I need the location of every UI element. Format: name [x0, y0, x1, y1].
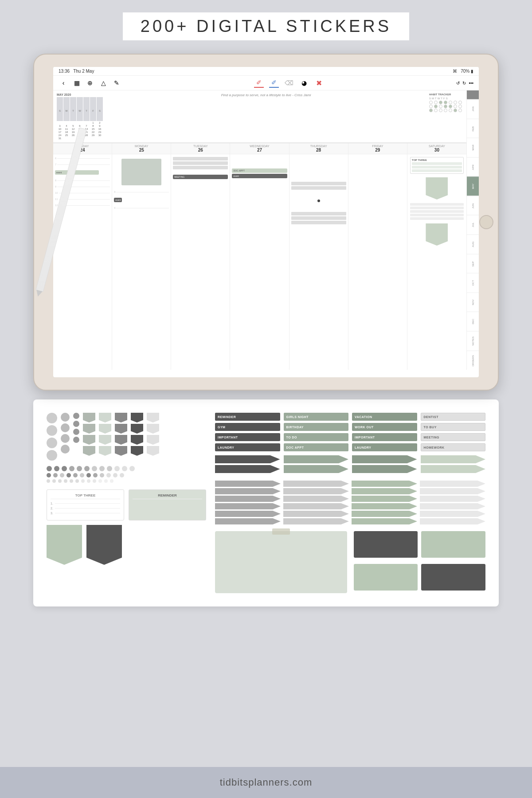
- ribbon-5-1: [147, 413, 159, 422]
- td-9: [107, 466, 112, 471]
- grid-icon[interactable]: ▦: [72, 78, 82, 88]
- sidebar-oct[interactable]: OCT: [467, 273, 479, 293]
- ipad-screen: 13:36 Thu 2 May ⌘ 70% ▮ ‹ ▦ ⊕ △ ✎: [53, 67, 479, 377]
- dot-lg-1: [47, 413, 57, 423]
- quote-text: Find a purpose to serve, not a lifestyle…: [221, 93, 311, 97]
- dot-row-1: [47, 466, 206, 471]
- header-title-box: 200+ DIGITAL STICKERS: [123, 12, 409, 40]
- mini-flag-1-5: [215, 511, 281, 517]
- flag-group-2: [283, 481, 349, 524]
- label-vacation: VACATION: [352, 413, 417, 421]
- dot-ribbon-row: [47, 413, 206, 461]
- ribbon-4-4: [131, 446, 143, 456]
- sidebar-may[interactable]: MAY: [467, 176, 479, 196]
- bottom-right-stickers: [215, 531, 485, 593]
- mini-flag-2-1: [283, 481, 349, 487]
- top-three-item-3: 3.: [51, 512, 120, 515]
- sidebar-mar[interactable]: MAR: [467, 138, 479, 157]
- flag-mid-1: [352, 455, 417, 463]
- day-thursday-header: THURSDAY 28: [289, 143, 348, 154]
- footer: tidbitsplanners.com: [0, 767, 532, 798]
- sidebar-nov[interactable]: NOV: [467, 293, 479, 312]
- ribbon-2-4: [99, 446, 111, 456]
- td-10: [114, 466, 120, 471]
- dot-col-3: [73, 413, 79, 461]
- td-sm-12: [120, 473, 124, 477]
- saturday-stickers: TOP THREE: [408, 155, 466, 251]
- td-sm-5: [73, 473, 78, 477]
- sidebar-jun[interactable]: JUN: [467, 196, 479, 215]
- day-monday-content: 8 event 9: [112, 154, 171, 370]
- sidebar-notes[interactable]: NOTES: [467, 331, 479, 351]
- label-meeting: MEETING: [421, 433, 486, 441]
- status-bar: 13:36 Thu 2 May ⌘ 70% ▮: [53, 67, 479, 76]
- planner-sidebar: JAN FEB MAR APR MAY JUN JUL AUG SEP OCT …: [466, 90, 479, 370]
- pen-red-icon[interactable]: ✐: [254, 78, 264, 88]
- close-icon[interactable]: ✖: [314, 78, 324, 88]
- pencil-tip: [35, 290, 43, 297]
- sidebar-apr[interactable]: APR: [467, 157, 479, 177]
- ribbon-col-1: [83, 413, 95, 461]
- mini-flag-4-3: [420, 496, 485, 502]
- label-laundry: LAUNDRY: [215, 443, 280, 451]
- label-workout: WORK OUT: [352, 423, 417, 431]
- td-sm-9: [100, 473, 104, 477]
- ribbon-2-1: [99, 413, 111, 422]
- add-icon[interactable]: ⊕: [85, 78, 95, 88]
- td-sm-6: [80, 473, 84, 477]
- mini-flag-2-3: [283, 496, 349, 502]
- dot-3-1: [73, 413, 79, 419]
- dot-row-2: [47, 473, 206, 477]
- sidebar-sep[interactable]: SEP: [467, 254, 479, 274]
- habit-tracker-label: HABIT TRACKER: [429, 93, 463, 96]
- td-xs-9: [93, 479, 96, 483]
- flag-light-1: [421, 455, 486, 463]
- day-wednesday-header: WEDNESDAY 27: [230, 143, 289, 154]
- ipad-home-button[interactable]: [479, 215, 493, 229]
- flag-dark-1: [215, 455, 280, 463]
- top-three-item-1: 1.: [51, 502, 120, 505]
- td-8: [99, 466, 105, 471]
- shape-icon[interactable]: △: [98, 78, 108, 88]
- mini-flag-3-5: [352, 511, 417, 517]
- mini-flag-1-1: [215, 481, 281, 487]
- day-saturday: SATURDAY 30 TOP THREE: [407, 143, 466, 370]
- flag-mid-2: [352, 465, 417, 473]
- ribbon-3-4: [115, 446, 127, 456]
- dot-lg-3: [47, 438, 57, 448]
- day-friday-header: FRIDAY 29: [348, 143, 407, 154]
- dot-row-3: [47, 479, 206, 483]
- dot-3-2: [73, 421, 79, 427]
- sidebar-jan[interactable]: JAN: [467, 99, 479, 119]
- bookmark-sage: [47, 525, 82, 565]
- lasso-icon[interactable]: ◕: [299, 78, 309, 88]
- dot-lg-4: [47, 450, 57, 461]
- sidebar-orders[interactable]: ORDERS: [467, 351, 479, 370]
- edit-icon[interactable]: ✎: [112, 78, 121, 88]
- day-thursday: THURSDAY 28: [289, 143, 348, 370]
- sidebar-dec[interactable]: DEC: [467, 312, 479, 331]
- td-sm-1: [47, 473, 51, 477]
- td-xs-1: [47, 479, 50, 483]
- back-icon[interactable]: ‹: [59, 78, 68, 88]
- mini-flag-4-4: [420, 503, 485, 509]
- mini-flag-1-2: [215, 488, 281, 494]
- eraser-icon[interactable]: ⌫: [284, 78, 294, 88]
- redo-icon[interactable]: ↻: [462, 81, 466, 86]
- sidebar-aug[interactable]: AUG: [467, 235, 479, 254]
- sidebar-jul[interactable]: JUL: [467, 215, 479, 235]
- more-icon[interactable]: •••: [469, 81, 473, 86]
- dot-2-4: [61, 445, 70, 454]
- bottom-left-stickers: TOP THREE 1. 2. 3. REMINDER: [47, 489, 206, 520]
- day-monday: MONDAY 25 8 event 9: [112, 143, 171, 370]
- status-wifi: ⌘ 70% ▮: [453, 69, 473, 74]
- td-6: [84, 466, 90, 471]
- status-time: 13:36 Thu 2 May: [59, 69, 94, 74]
- td-2: [54, 466, 59, 471]
- undo-icon[interactable]: ↺: [456, 81, 460, 86]
- pen-blue-icon[interactable]: ✐: [269, 78, 279, 88]
- day-friday-content: [348, 154, 407, 370]
- note-card-tape: [272, 528, 290, 535]
- dot-2-1: [61, 413, 70, 422]
- sidebar-feb[interactable]: FEB: [467, 119, 479, 138]
